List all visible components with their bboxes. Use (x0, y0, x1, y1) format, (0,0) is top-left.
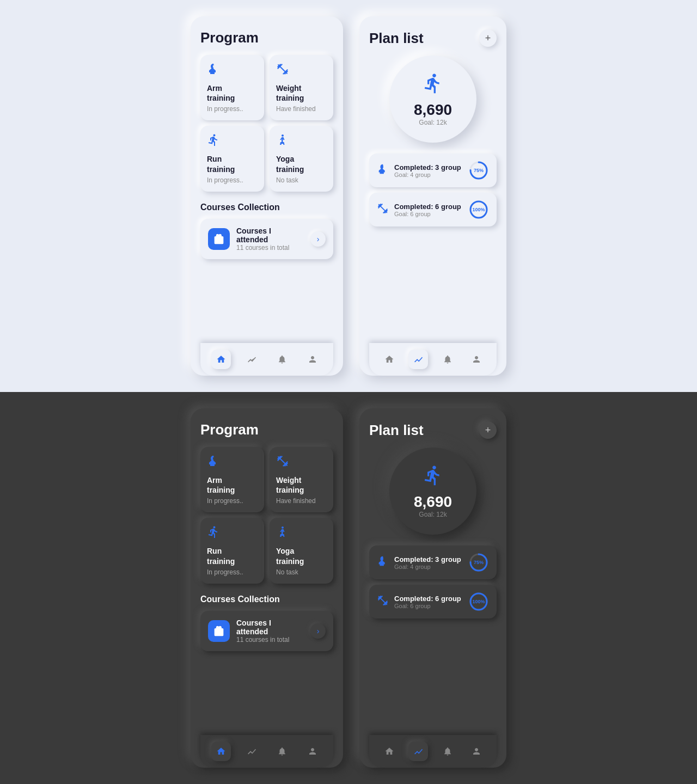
progress-sublabel-1-light: Goal: 4 group (394, 171, 463, 178)
plan-nav-bell-dark[interactable] (438, 742, 457, 761)
light-section: Program Armtraining In progress.. Weight… (0, 0, 697, 392)
courses-icon-dark (208, 620, 230, 642)
steps-container-light: 8,690 Goal: 12k (369, 56, 497, 143)
bottom-nav-plan-dark (369, 735, 497, 768)
training-cell-yoga-light[interactable]: Yogatraining No task (270, 126, 333, 191)
plan-card-light: Plan list + 8,690 Goal: 12k Completed: 3… (359, 16, 506, 376)
steps-circle-dark: 8,690 Goal: 12k (389, 448, 476, 535)
steps-count-dark: 8,690 (414, 493, 452, 511)
steps-container-dark: 8,690 Goal: 12k (369, 448, 497, 535)
courses-text-dark: Courses I attended 11 courses in total (236, 618, 304, 644)
steps-circle-light: 8,690 Goal: 12k (389, 56, 476, 143)
progress-row-1-dark: Completed: 3 group Goal: 4 group 75% (369, 546, 497, 579)
bottom-nav-plan-light (369, 343, 497, 376)
plan-nav-home-dark[interactable] (380, 742, 399, 761)
yoga-name-dark: Yogatraining (276, 546, 327, 566)
arm-name-light: Armtraining (207, 83, 258, 103)
plan-nav-bell-light[interactable] (438, 350, 457, 369)
progress-text-2-light: Completed: 6 group Goal: 6 group (394, 203, 463, 217)
program-card-light: Program Armtraining In progress.. Weight… (191, 16, 343, 376)
progress-sublabel-2-light: Goal: 6 group (394, 211, 463, 217)
courses-collection-title-dark: Courses Collection (200, 595, 333, 604)
nav-user-light[interactable] (303, 350, 322, 369)
yoga-status-light: No task (276, 176, 327, 184)
run-status-light: In progress.. (207, 176, 258, 184)
plan-nav-chart-dark[interactable] (408, 742, 428, 761)
training-cell-yoga-dark[interactable]: Yogatraining No task (270, 518, 333, 583)
plan-nav-user-dark[interactable] (467, 742, 486, 761)
bottom-nav-program-light (200, 343, 333, 376)
courses-icon-light (208, 228, 230, 250)
yoga-name-light: Yogatraining (276, 154, 327, 174)
training-cell-weight-light[interactable]: Weighttraining Have finished (270, 55, 333, 120)
progress-sublabel-1-dark: Goal: 4 group (394, 564, 463, 570)
progress-row-2-dark: Completed: 6 group Goal: 6 group 100% (369, 585, 497, 618)
courses-sub-dark: 11 courses in total (236, 636, 304, 644)
training-cell-run-light[interactable]: Runtraining In progress.. (200, 126, 264, 191)
progress-circle-1-dark: 75% (468, 552, 489, 573)
arm-name-dark: Armtraining (207, 475, 258, 495)
weight-icon-light (276, 63, 327, 79)
plan-nav-chart-light[interactable] (408, 350, 428, 369)
weight-name-light: Weighttraining (276, 83, 327, 103)
steps-run-icon-dark (422, 464, 444, 491)
progress-pct-1-light: 75% (474, 168, 484, 173)
progress-text-1-dark: Completed: 3 group Goal: 4 group (394, 555, 463, 570)
training-grid-light: Armtraining In progress.. Weighttraining… (200, 55, 333, 192)
plan-add-btn-dark[interactable]: + (479, 421, 497, 439)
weight-status-light: Have finished (276, 105, 327, 113)
plan-header-light: Plan list + (369, 29, 497, 47)
training-cell-run-dark[interactable]: Runtraining In progress.. (200, 518, 264, 583)
progress-icon-1-light (377, 163, 389, 178)
progress-circle-2-dark: 100% (468, 591, 489, 612)
run-name-dark: Runtraining (207, 546, 258, 566)
courses-title-dark: Courses I attended (236, 618, 304, 636)
training-cell-weight-dark[interactable]: Weighttraining Have finished (270, 447, 333, 512)
weight-icon-dark (276, 455, 327, 471)
nav-chart-dark[interactable] (242, 742, 261, 761)
nav-home-light[interactable] (211, 350, 231, 369)
courses-row-light[interactable]: Courses I attended 11 courses in total › (200, 219, 333, 259)
progress-circle-2-light: 100% (468, 199, 489, 220)
progress-pct-1-dark: 75% (474, 560, 484, 565)
arm-icon-light (207, 63, 258, 79)
progress-row-1-light: Completed: 3 group Goal: 4 group 75% (369, 154, 497, 187)
progress-text-2-dark: Completed: 6 group Goal: 6 group (394, 595, 463, 609)
nav-user-dark[interactable] (303, 742, 322, 761)
progress-circle-1-light: 75% (468, 160, 489, 181)
plan-add-btn-light[interactable]: + (479, 29, 497, 47)
plan-card-dark: Plan list + 8,690 Goal: 12k Completed: 3… (359, 408, 506, 768)
progress-label-2-light: Completed: 6 group (394, 203, 463, 211)
progress-pct-2-light: 100% (472, 207, 485, 212)
nav-chart-light[interactable] (242, 350, 261, 369)
progress-sublabel-2-dark: Goal: 6 group (394, 603, 463, 609)
arm-status-light: In progress.. (207, 105, 258, 113)
progress-icon-1-dark (377, 555, 389, 570)
courses-arrow-dark[interactable]: › (310, 623, 326, 639)
plan-nav-user-light[interactable] (467, 350, 486, 369)
steps-run-icon-light (422, 72, 444, 99)
nav-bell-light[interactable] (272, 350, 292, 369)
progress-icon-2-dark (377, 595, 389, 609)
training-cell-arm-light[interactable]: Armtraining In progress.. (200, 55, 264, 120)
courses-arrow-light[interactable]: › (310, 231, 326, 247)
progress-label-1-dark: Completed: 3 group (394, 555, 463, 564)
steps-goal-light: Goal: 12k (419, 119, 447, 126)
plan-nav-home-light[interactable] (380, 350, 399, 369)
progress-row-2-light: Completed: 6 group Goal: 6 group 100% (369, 193, 497, 226)
run-status-dark: In progress.. (207, 568, 258, 576)
progress-icon-2-light (377, 203, 389, 217)
nav-bell-dark[interactable] (272, 742, 292, 761)
plan-title-light: Plan list (369, 30, 424, 47)
courses-row-dark[interactable]: Courses I attended 11 courses in total › (200, 611, 333, 651)
training-cell-arm-dark[interactable]: Armtraining In progress.. (200, 447, 264, 512)
progress-text-1-light: Completed: 3 group Goal: 4 group (394, 163, 463, 178)
progress-label-1-light: Completed: 3 group (394, 163, 463, 171)
progress-label-2-dark: Completed: 6 group (394, 595, 463, 603)
nav-home-dark[interactable] (211, 742, 231, 761)
program-title-dark: Program (200, 421, 333, 438)
arm-icon-dark (207, 455, 258, 471)
run-icon-light (207, 133, 258, 150)
run-name-light: Runtraining (207, 154, 258, 174)
yoga-status-dark: No task (276, 568, 327, 576)
